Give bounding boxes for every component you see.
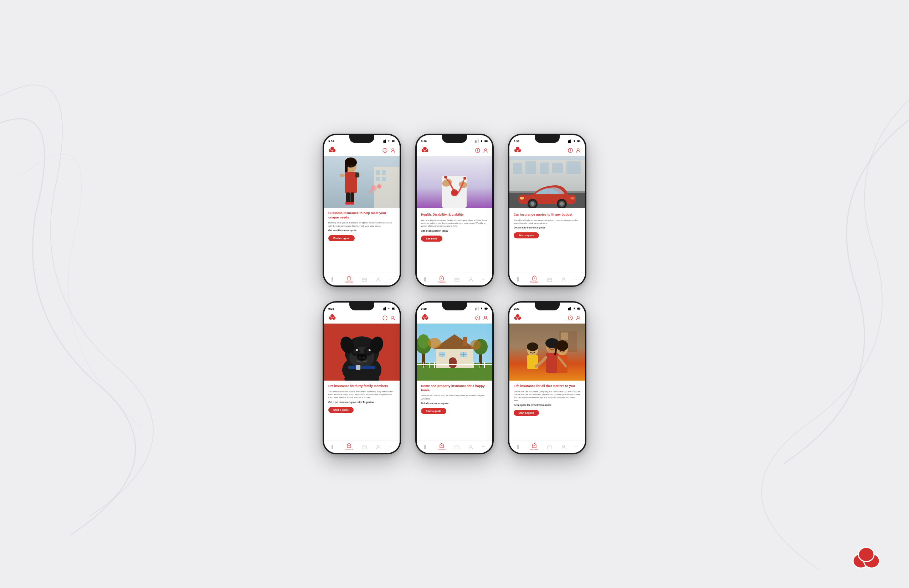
nav-insurance-5[interactable]: Insurance [438, 443, 446, 451]
svg-rect-139 [476, 308, 476, 310]
header-icons-5 [475, 315, 488, 320]
svg-rect-132 [356, 365, 361, 370]
svg-point-53 [484, 149, 487, 151]
nav-account-5[interactable] [468, 444, 473, 449]
start-quote-button-6[interactable]: Start a quote [514, 410, 539, 416]
phone-notch-4 [349, 302, 374, 310]
start-quote-button-3[interactable]: Start a quote [514, 233, 539, 238]
content-title-5: Home and property insurance for a happy … [421, 384, 488, 393]
svg-point-217 [563, 445, 564, 447]
nav-more-3[interactable]: ··· [575, 278, 577, 281]
nav-more-5[interactable]: ··· [482, 445, 485, 449]
svg-point-76 [516, 147, 520, 150]
nav-insurance-label-3: Insurance [531, 281, 538, 283]
phone-notch-3 [535, 135, 560, 143]
svg-rect-202 [546, 353, 559, 373]
svg-rect-214 [517, 445, 519, 449]
svg-rect-197 [561, 333, 568, 339]
phone-health: 9:38 [415, 134, 494, 287]
svg-rect-30 [346, 192, 350, 203]
svg-point-4 [388, 141, 389, 142]
nav-account-4[interactable] [376, 444, 381, 449]
svg-rect-87 [566, 162, 581, 174]
nav-banking-1[interactable] [362, 277, 367, 282]
content-link-4: Get a pet insurance quote with Trupanion [328, 401, 395, 404]
svg-rect-161 [463, 337, 467, 346]
svg-rect-140 [477, 307, 477, 310]
nav-home-2[interactable] [424, 277, 429, 282]
nav-insurance-1[interactable]: Insurance [345, 275, 353, 283]
svg-rect-6 [392, 141, 394, 142]
nav-home-1[interactable] [331, 277, 336, 282]
svg-rect-43 [478, 140, 479, 143]
nav-insurance-label-1: Insurance [345, 281, 353, 283]
start-quote-button-4[interactable]: Start a quote [328, 407, 354, 413]
find-agent-button[interactable]: Find an agent [328, 235, 355, 241]
nav-account-6[interactable] [561, 444, 566, 449]
header-icons-2 [475, 148, 488, 153]
svg-rect-18 [376, 177, 380, 181]
brand-logo [852, 548, 880, 570]
app-header-1 [324, 145, 400, 156]
nav-account-1[interactable] [376, 277, 381, 282]
svg-point-71 [574, 141, 575, 142]
nav-home-4[interactable] [331, 444, 336, 449]
app-header-4 [324, 313, 400, 323]
app-logo-6 [514, 314, 521, 322]
bottom-nav-3: Insurance ··· [509, 273, 585, 286]
nav-insurance-2[interactable]: Insurance [438, 275, 446, 283]
header-icons-4 [382, 315, 395, 320]
svg-rect-33 [350, 202, 354, 205]
svg-rect-17 [382, 170, 386, 174]
svg-point-13 [392, 149, 394, 151]
nav-more-1[interactable]: ··· [389, 278, 392, 281]
svg-rect-187 [577, 308, 580, 309]
svg-rect-86 [552, 163, 563, 173]
nav-more-2[interactable]: ··· [482, 278, 485, 281]
nav-home-3[interactable] [516, 277, 521, 282]
svg-rect-84 [526, 162, 536, 174]
phone-content-5: Home and property insurance for a happy … [417, 381, 492, 440]
see-more-button[interactable]: See more [421, 236, 442, 242]
svg-point-115 [392, 316, 394, 318]
svg-point-59 [452, 190, 457, 195]
svg-rect-90 [518, 195, 576, 204]
nav-insurance-6[interactable]: Insurance [531, 443, 538, 451]
nav-account-3[interactable] [561, 277, 566, 282]
nav-more-6[interactable]: ··· [575, 445, 577, 449]
content-title-1: Business insurance to help meet your uni… [328, 211, 395, 220]
nav-more-4[interactable]: ··· [389, 445, 392, 449]
nav-account-2[interactable] [468, 277, 473, 282]
svg-point-44 [481, 141, 482, 142]
nav-banking-5[interactable] [454, 444, 459, 449]
nav-home-6[interactable] [516, 444, 521, 449]
status-time-5: 9:38 [421, 307, 427, 310]
svg-rect-19 [382, 177, 386, 181]
nav-banking-2[interactable] [454, 277, 459, 282]
svg-rect-182 [568, 308, 569, 310]
svg-rect-70 [570, 140, 571, 143]
status-icons-1 [382, 139, 395, 143]
hero-image-6 [509, 323, 585, 381]
app-header-3 [509, 145, 585, 156]
nav-banking-6[interactable] [547, 444, 552, 449]
svg-rect-42 [477, 140, 477, 143]
nav-home-5[interactable] [424, 444, 429, 449]
nav-insurance-label-2: Insurance [438, 281, 446, 283]
svg-point-111 [330, 314, 334, 318]
bottom-nav-6: Insurance ··· [509, 440, 585, 453]
nav-insurance-4[interactable]: Insurance [345, 443, 353, 451]
nav-banking-4[interactable] [362, 444, 367, 449]
phone-notch-2 [442, 135, 467, 143]
nav-insurance-3[interactable]: Insurance [531, 275, 538, 283]
svg-point-36 [369, 190, 372, 194]
phone-pet: 9:38 [323, 301, 401, 454]
start-quote-button-5[interactable]: Start a quote [421, 408, 446, 414]
svg-point-150 [477, 318, 478, 319]
status-icons-2 [475, 139, 488, 143]
phone-life: 9:38 [508, 301, 586, 454]
app-header-6 [509, 313, 585, 323]
nav-banking-3[interactable] [547, 277, 552, 282]
phone-car: 9:38 [508, 134, 586, 287]
svg-rect-131 [348, 366, 375, 369]
